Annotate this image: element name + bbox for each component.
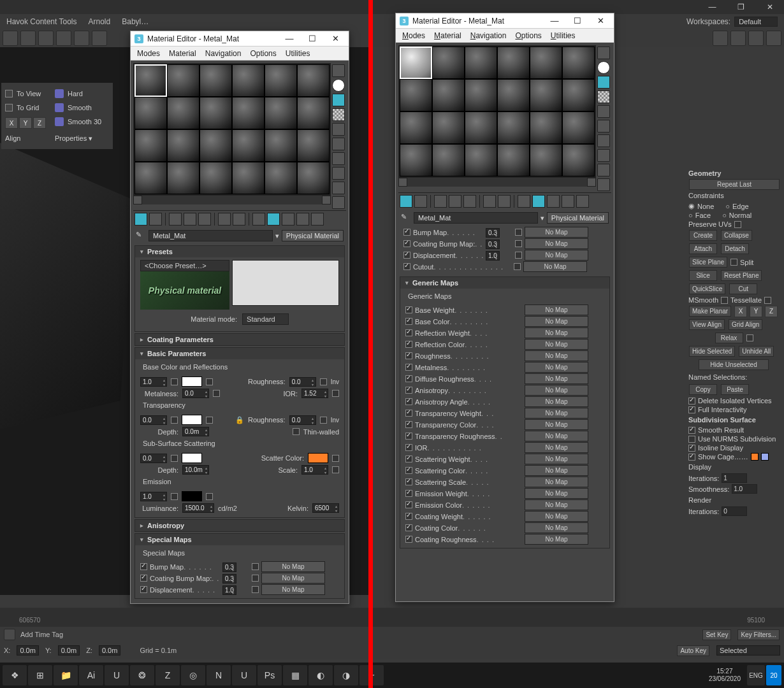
background-icon[interactable] [332, 94, 345, 106]
depth-spinner[interactable]: 0.0m [182, 427, 209, 436]
menu-utilities[interactable]: Utilities [551, 31, 576, 40]
map-button[interactable]: No Map [525, 396, 588, 407]
checkerboard-icon[interactable] [597, 90, 610, 103]
map-button[interactable]: No Map [525, 477, 588, 487]
sample-slot[interactable] [530, 79, 562, 111]
tess-opt[interactable] [764, 297, 771, 304]
sample-slot[interactable] [297, 97, 330, 129]
map-checkbox[interactable] [405, 341, 412, 348]
scatter-color-swatch[interactable] [308, 453, 328, 463]
me-maximize[interactable]: ☐ [568, 16, 587, 25]
assign-icon[interactable] [169, 213, 182, 226]
msmooth-opt[interactable] [721, 297, 728, 304]
show-map-icon[interactable] [267, 213, 280, 226]
sample-slot[interactable] [200, 97, 232, 129]
smooth-result-checkbox[interactable] [688, 427, 695, 434]
scatter-map-check[interactable] [332, 455, 339, 462]
trans-color-swatch[interactable] [182, 415, 202, 425]
preserve-uvs-checkbox[interactable] [734, 221, 741, 228]
render-iterations-spinner[interactable]: 0 [722, 506, 747, 516]
show-cage-checkbox[interactable] [688, 454, 695, 461]
slice-button[interactable]: Slice [689, 270, 717, 281]
map-checkbox[interactable] [405, 433, 412, 440]
emission-spinner[interactable]: 1.0 [140, 492, 167, 501]
sample-type-icon[interactable] [597, 47, 610, 59]
sample-slot[interactable] [134, 162, 167, 194]
del-iso-checkbox[interactable] [688, 398, 695, 405]
cbump-map-check[interactable] [252, 575, 259, 582]
bump-map-check[interactable] [515, 229, 522, 236]
options-icon[interactable] [332, 167, 345, 180]
map-button[interactable]: No Map [525, 522, 588, 533]
set-key-button[interactable]: Set Key [702, 629, 731, 640]
make-unique-icon[interactable] [218, 213, 231, 226]
map-checkbox[interactable] [405, 398, 412, 405]
go-forward-icon[interactable] [311, 213, 324, 226]
sss-color-swatch[interactable] [182, 453, 202, 463]
me-close[interactable]: ✕ [591, 16, 610, 25]
smooth-label[interactable]: Smooth [68, 104, 92, 111]
create-button[interactable]: Create [689, 230, 717, 241]
sample-slot[interactable] [400, 144, 432, 176]
disp-spinner[interactable]: 1.0 [222, 585, 236, 595]
map-button[interactable]: No Map [525, 534, 588, 545]
sample-slot[interactable] [465, 144, 497, 176]
taskbar-icon[interactable]: Ps [258, 665, 282, 685]
isoline-checkbox[interactable] [688, 445, 695, 452]
base-color-map-check[interactable] [206, 378, 213, 385]
taskbar-icon[interactable]: N [207, 665, 231, 685]
taskbar-icon[interactable]: ◑ [334, 665, 358, 685]
disp-map-check[interactable] [515, 252, 522, 259]
hide-unselected-button[interactable]: Hide Unselected [699, 359, 769, 370]
sample-slot[interactable] [167, 129, 200, 162]
taskbar-icon[interactable]: Ai [79, 665, 103, 685]
metalness-map-check[interactable] [213, 390, 220, 397]
tray-time[interactable]: 15:27 [709, 668, 741, 675]
bump-spinner[interactable]: 0.3 [222, 563, 236, 572]
sample-slot[interactable] [265, 129, 297, 162]
me-minimize[interactable]: — [280, 34, 299, 43]
map-button[interactable]: No Map [525, 327, 588, 338]
sample-slot[interactable] [562, 79, 595, 111]
detach-button[interactable]: Detach [721, 243, 749, 254]
sample-slot[interactable] [265, 97, 297, 129]
reset-plane-button[interactable]: Reset Plane [721, 270, 762, 281]
axis-y-button[interactable]: Y [19, 117, 32, 129]
cut-button[interactable]: Cut [729, 283, 757, 294]
sample-slot[interactable] [530, 111, 562, 144]
make-unique-icon[interactable] [483, 195, 496, 208]
checkbox[interactable] [5, 90, 13, 97]
preview-icon[interactable] [332, 152, 345, 165]
material-name-field[interactable]: Metal_Mat [149, 230, 273, 241]
map-button[interactable]: No Map [525, 305, 588, 315]
key-mode-select[interactable]: Selected [716, 645, 780, 656]
em-color-map-check[interactable] [206, 493, 213, 500]
sample-slot[interactable] [400, 111, 432, 144]
scale-spinner[interactable]: 1.0 [301, 465, 328, 475]
put-to-scene-icon[interactable] [149, 213, 162, 226]
trans-map-check[interactable] [171, 417, 178, 424]
tray-date[interactable]: 23/06/2020 [709, 675, 741, 683]
menu-modes[interactable]: Modes [137, 49, 160, 58]
cbump-map-check[interactable] [515, 240, 522, 247]
basic-params-header[interactable]: Basic Parameters [135, 348, 344, 359]
relax-opt[interactable] [746, 334, 753, 341]
map-button[interactable]: No Map [525, 316, 588, 327]
put-to-scene-icon[interactable] [414, 195, 427, 208]
workspace-selector[interactable]: Default [734, 17, 778, 27]
auto-key-button[interactable]: Auto Key [677, 645, 709, 656]
pick-icon[interactable]: ✎ [401, 213, 411, 223]
collapse-button[interactable]: Collapse [721, 230, 752, 241]
menu-options[interactable]: Options [515, 31, 541, 40]
scroll-right[interactable] [587, 178, 596, 187]
generic-maps-header[interactable]: Generic Maps [400, 277, 609, 289]
get-material-icon[interactable] [134, 213, 147, 226]
bump-map-button[interactable]: No Map [261, 561, 325, 572]
presets-header[interactable]: Presets [135, 246, 344, 257]
map-button[interactable]: No Map [525, 488, 588, 499]
taskbar-icon[interactable]: ❖ [3, 665, 27, 685]
iterations-spinner[interactable]: 1 [722, 473, 747, 483]
map-checkbox[interactable] [405, 318, 412, 325]
disp-checkbox[interactable] [403, 252, 410, 259]
material-map-nav-icon[interactable] [597, 178, 610, 191]
